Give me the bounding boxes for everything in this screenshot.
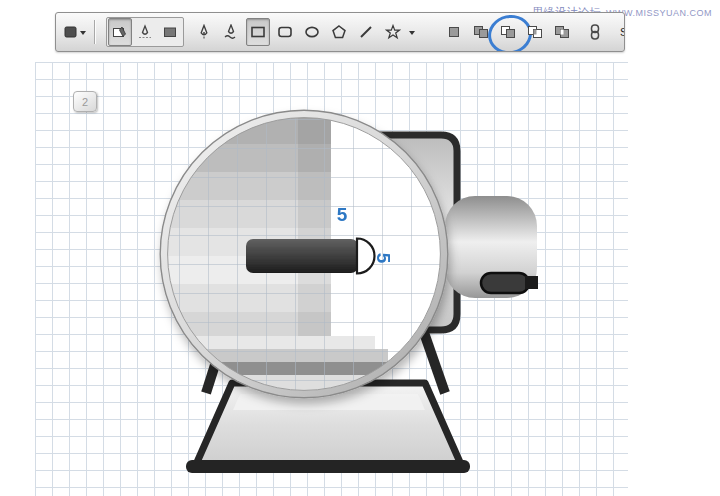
rectangle-icon bbox=[250, 24, 266, 40]
tool-options-bar: Style: C bbox=[55, 12, 625, 52]
ellipse-tool-button[interactable] bbox=[300, 18, 324, 46]
custom-shape-icon bbox=[385, 24, 401, 40]
link-button[interactable] bbox=[583, 18, 607, 46]
printer-crank bbox=[481, 273, 529, 293]
freeform-pen-icon bbox=[223, 24, 239, 40]
polygon-tool-button[interactable] bbox=[327, 18, 351, 46]
pen-tool-button[interactable] bbox=[192, 18, 216, 46]
shape-options-caret-icon[interactable] bbox=[409, 31, 415, 35]
rounded-rectangle-tool-button[interactable] bbox=[273, 18, 297, 46]
toolbar-divider bbox=[94, 20, 95, 44]
new-shape-icon bbox=[446, 25, 462, 39]
fill-pixels-button[interactable] bbox=[158, 18, 182, 46]
canvas-scene: 5 5 bbox=[35, 62, 628, 496]
rounded-rectangle-icon bbox=[277, 24, 293, 40]
printer-base-highlight bbox=[233, 394, 425, 410]
tool-preset-swatch-icon bbox=[63, 24, 79, 40]
rectangle-tool-button[interactable] bbox=[246, 18, 270, 46]
photoshop-screenshot: 思缘设计论坛WWW.MISSYUAN.COM bbox=[0, 0, 720, 496]
subtract-from-shape-button[interactable] bbox=[496, 18, 520, 46]
drawing-mode-group bbox=[106, 17, 184, 47]
subtract-shape-icon bbox=[500, 25, 516, 39]
document-canvas[interactable]: 5 5 2 bbox=[35, 62, 628, 496]
step-badge: 2 bbox=[73, 91, 97, 112]
shape-layers-button[interactable] bbox=[108, 18, 132, 46]
line-icon bbox=[358, 24, 374, 40]
polygon-icon bbox=[331, 24, 347, 40]
add-shape-icon bbox=[473, 25, 489, 39]
printer-foot-bar bbox=[186, 460, 470, 473]
style-label: Style: bbox=[620, 26, 625, 38]
chain-link-icon bbox=[588, 24, 602, 40]
new-shape-layer-button[interactable] bbox=[442, 18, 466, 46]
exclude-shape-button[interactable] bbox=[550, 18, 574, 46]
add-to-shape-button[interactable] bbox=[469, 18, 493, 46]
paths-icon bbox=[137, 24, 153, 40]
custom-shape-tool-button[interactable] bbox=[381, 18, 405, 46]
freeform-pen-tool-button[interactable] bbox=[219, 18, 243, 46]
tool-preset-picker[interactable] bbox=[62, 18, 88, 46]
intersect-shape-icon bbox=[527, 25, 543, 39]
dimension-width: 5 bbox=[337, 204, 348, 225]
dimension-height: 5 bbox=[373, 253, 394, 264]
shape-layers-icon bbox=[112, 24, 128, 40]
dropdown-caret-icon bbox=[80, 31, 86, 35]
intersect-shape-button[interactable] bbox=[523, 18, 547, 46]
magnified-slot-shape bbox=[246, 239, 358, 273]
fill-pixels-icon bbox=[162, 24, 178, 40]
pen-icon bbox=[196, 24, 212, 40]
line-tool-button[interactable] bbox=[354, 18, 378, 46]
paths-button[interactable] bbox=[133, 18, 157, 46]
ellipse-icon bbox=[304, 24, 320, 40]
exclude-shape-icon bbox=[554, 25, 570, 39]
printer-crank-knob bbox=[525, 276, 538, 289]
